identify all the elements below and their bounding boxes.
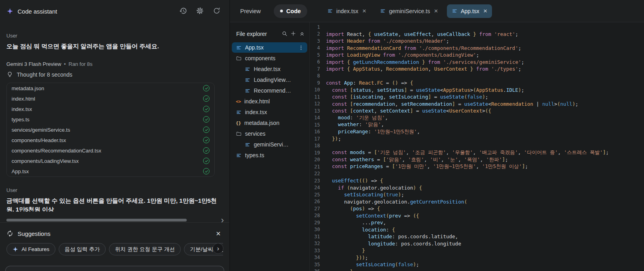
chat-header: Code assistant [0,0,229,22]
line-number: 2 [310,31,320,37]
file-explorer-header: File explorer [230,28,309,40]
generated-file-row[interactable]: components/Header.tsx [7,135,214,145]
file-tree-item-label: metadata.json [244,120,279,126]
search-icon [281,30,288,38]
line-number: 27 [310,206,320,212]
explorer-search-button[interactable] [281,30,288,39]
file-tree-item-index.html[interactable]: <>index.html [232,96,307,107]
chat-input[interactable] [5,266,224,271]
generated-file-row[interactable]: services/geminiService.ts [7,125,214,135]
generated-file-row[interactable]: components/LoadingView.tsx [7,156,214,166]
line-number: 3 [310,38,320,44]
settings-button[interactable] [195,6,205,17]
code-text: location: { [326,227,395,233]
suggestions-close-button[interactable]: × [213,229,223,238]
file-tree-item-Header.tsx[interactable]: Header.tsx [232,64,307,74]
history-button[interactable] [178,6,188,17]
line-number: 17 [310,136,320,142]
file-type-icon [327,8,333,14]
generated-file-row[interactable]: App.tsx [7,166,214,176]
generated-file-row[interactable]: index.tsx [7,104,214,114]
file-tab-index.tsx[interactable]: index.tsx× [322,4,371,18]
code-line: 36 }, [310,268,644,271]
line-number: 20 [310,157,320,162]
file-tree-item-RecommendationCard.tsx[interactable]: RecommendationCard.tsx [232,85,307,96]
suggestion-chip-2[interactable]: 음성 입력 추가 [59,243,106,255]
file-tab-label: App.tsx [461,8,480,14]
generated-files-list: metadata.jsonindex.htmlindex.tsxtypes.ts… [6,83,215,177]
line-number: 26 [310,199,320,204]
generated-file-row[interactable]: components/RecommendationCard.tsx [7,145,214,156]
explorer-collapse-button[interactable] [298,30,306,39]
file-tree-item-label: Header.tsx [254,66,281,72]
more-options-icon[interactable] [298,45,304,51]
suggestions-title: Suggestions [18,230,51,237]
code-line: 3import Header from './components/Header… [310,38,644,45]
app-window: Code assistant [0,0,644,271]
view-tab-code[interactable]: Code [274,4,307,18]
chat-scrollbar-thumb[interactable] [6,219,187,222]
view-tab-preview[interactable]: Preview [238,8,263,15]
line-number: 15 [310,122,320,128]
code-line: 22 [310,170,644,178]
model-name: Gemini 3 Flash Preview [6,61,61,67]
code-line: 1 [310,24,644,31]
file-tree-item-types.ts[interactable]: types.ts [232,150,307,160]
refresh-icon [213,7,221,16]
code-text: const weathers = ['맑음', '흐림', '비', '눈', … [326,156,508,163]
suggestion-chip-1[interactable]: AI Features [6,243,55,255]
file-tree-item-services[interactable]: services [232,129,307,139]
file-tab-geminiService.ts[interactable]: geminiService.ts× [375,4,443,18]
code-text: const App: React.FC = () => { [326,80,413,86]
line-number: 8 [310,73,320,79]
refresh-button[interactable] [212,6,221,17]
file-tree-item-geminiService.ts[interactable]: geminiService.ts [232,139,307,150]
suggestion-chips: AI Features음성 입력 추가위치 권한 요청 문구 개선기분/날씨/예… [6,243,223,255]
close-tab-icon[interactable]: × [434,8,438,14]
gear-icon [196,7,204,16]
json-file-icon: {} [236,121,241,125]
code-text: priceRange: '1만원~1만5천원', [326,129,420,135]
file-name: components/RecommendationCard.tsx [12,148,101,154]
file-tree-item-LoadingView.tsx[interactable]: LoadingView.tsx [232,75,307,85]
generated-file-row[interactable]: index.html [7,93,214,104]
code-editor[interactable]: 12import React, { useState, useEffect, u… [310,22,644,271]
explorer-add-file-button[interactable] [289,30,297,39]
code-line: 31 latitude: pos.coords.latitude, [310,233,644,240]
file-tab-App.tsx[interactable]: App.tsx× [447,4,492,18]
file-tab-label: geminiService.ts [389,8,430,14]
plus-icon [290,30,296,38]
folder-icon [236,131,242,137]
check-circle-icon [203,137,209,143]
file-tree-item-App.tsx[interactable]: App.tsx [232,42,307,53]
line-number: 30 [310,227,320,232]
generated-file-row[interactable]: types.ts [7,114,214,125]
code-text: import React, { useState, useEffect, use… [326,31,518,37]
code-text: setContext(prev => ({ [326,213,419,219]
suggestion-chip-3[interactable]: 위치 권한 요청 문구 개선 [109,243,181,255]
chat-title-wrap: Code assistant [6,8,57,15]
file-tree-item-metadata.json[interactable]: {}metadata.json [232,118,307,128]
file-tree-item-label: LoadingView.tsx [254,77,291,83]
code-line: 19 const moods = ['기운 넘침', '조금 피곤함', '우울… [310,149,644,156]
view-tab-label: Code [286,8,301,14]
thought-toggle[interactable]: Thought for 8 seconds [6,71,72,78]
file-explorer: File explorer [230,22,310,271]
chips-next-button[interactable]: › [213,243,223,254]
file-tree-item-index.tsx[interactable]: index.tsx [232,107,307,117]
generated-file-row[interactable]: metadata.json [7,83,214,93]
check-circle-icon [203,127,209,133]
code-line: 10 const [status, setStatus] = useState<… [310,87,644,94]
line-number: 22 [310,171,320,176]
file-tree-item-components[interactable]: components [232,53,307,63]
refresh-cycle-icon [6,230,14,237]
close-tab-icon[interactable]: × [483,8,487,14]
code-file-icon [236,152,242,158]
close-tab-icon[interactable]: × [362,8,366,14]
workbench-panel: PreviewCode index.tsx×geminiService.ts×A… [229,0,644,271]
chat-header-actions [178,6,221,17]
code-line: 21 const priceRanges = ['1만원 미만', '1만원~1… [310,163,644,170]
view-tabs: PreviewCode [238,4,307,18]
file-tree-item-label: geminiService.ts [254,141,291,148]
file-name: App.tsx [12,168,29,174]
